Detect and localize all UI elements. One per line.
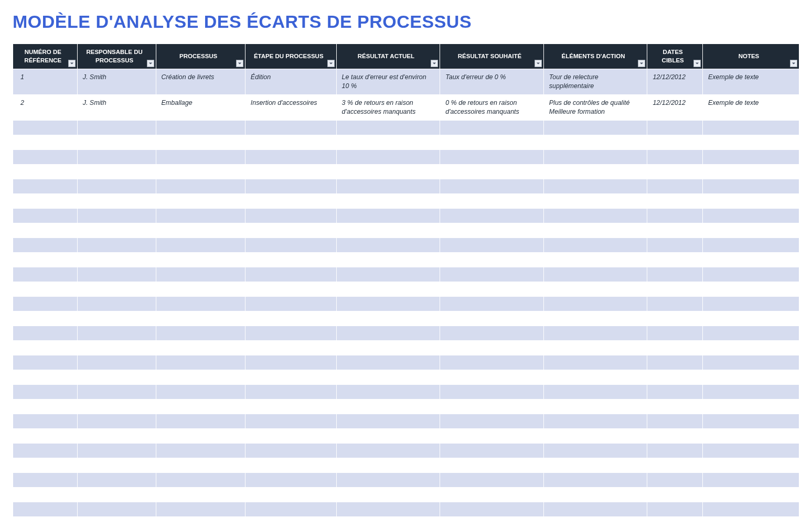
empty-cell[interactable] (77, 164, 156, 179)
empty-cell[interactable] (543, 120, 647, 135)
empty-cell[interactable] (13, 208, 78, 223)
empty-cell[interactable] (77, 120, 156, 135)
empty-cell[interactable] (77, 443, 156, 458)
cell-reference[interactable]: 2 (13, 94, 78, 120)
empty-cell[interactable] (440, 414, 544, 428)
filter-dropdown-icon[interactable] (236, 60, 243, 67)
empty-cell[interactable] (440, 340, 544, 355)
empty-cell[interactable] (336, 487, 440, 502)
empty-cell[interactable] (440, 443, 544, 458)
empty-cell[interactable] (440, 208, 544, 223)
empty-cell[interactable] (156, 384, 245, 399)
empty-cell[interactable] (156, 443, 245, 458)
empty-cell[interactable] (647, 282, 703, 296)
empty-cell[interactable] (440, 399, 544, 414)
empty-cell[interactable] (77, 282, 156, 296)
empty-cell[interactable] (336, 340, 440, 355)
empty-cell[interactable] (245, 238, 336, 252)
empty-cell[interactable] (543, 267, 647, 282)
empty-cell[interactable] (647, 384, 703, 399)
empty-cell[interactable] (156, 135, 245, 149)
empty-cell[interactable] (336, 428, 440, 443)
empty-cell[interactable] (245, 399, 336, 414)
empty-cell[interactable] (647, 135, 703, 149)
cell-current-result[interactable]: 3 % de retours en raison d'accessoires m… (336, 94, 440, 120)
empty-cell[interactable] (77, 223, 156, 238)
empty-cell[interactable] (77, 399, 156, 414)
empty-cell[interactable] (702, 355, 799, 370)
empty-cell[interactable] (13, 149, 78, 164)
empty-cell[interactable] (543, 370, 647, 384)
empty-cell[interactable] (336, 458, 440, 472)
filter-dropdown-icon[interactable] (327, 60, 335, 67)
empty-cell[interactable] (440, 193, 544, 208)
empty-cell[interactable] (702, 311, 799, 326)
empty-cell[interactable] (440, 326, 544, 340)
empty-cell[interactable] (77, 135, 156, 149)
empty-cell[interactable] (440, 502, 544, 516)
empty-cell[interactable] (702, 223, 799, 238)
empty-cell[interactable] (647, 340, 703, 355)
empty-cell[interactable] (702, 164, 799, 179)
empty-cell[interactable] (77, 208, 156, 223)
col-header-reference[interactable]: NUMÉRO DE RÉFÉRENCE (13, 44, 78, 69)
empty-cell[interactable] (647, 296, 703, 311)
empty-cell[interactable] (156, 193, 245, 208)
empty-cell[interactable] (13, 472, 78, 487)
empty-cell[interactable] (440, 223, 544, 238)
empty-cell[interactable] (702, 193, 799, 208)
empty-cell[interactable] (245, 149, 336, 164)
cell-target-date[interactable]: 12/12/2012 (647, 69, 703, 95)
empty-cell[interactable] (13, 502, 78, 516)
empty-cell[interactable] (245, 164, 336, 179)
empty-cell[interactable] (245, 120, 336, 135)
empty-cell[interactable] (647, 179, 703, 193)
empty-cell[interactable] (245, 458, 336, 472)
empty-cell[interactable] (77, 370, 156, 384)
empty-cell[interactable] (245, 223, 336, 238)
empty-cell[interactable] (13, 443, 78, 458)
cell-actions[interactable]: Plus de contrôles de qualité Meilleure f… (543, 94, 647, 120)
empty-cell[interactable] (440, 282, 544, 296)
empty-cell[interactable] (702, 135, 799, 149)
empty-cell[interactable] (336, 267, 440, 282)
empty-cell[interactable] (13, 223, 78, 238)
col-header-desired-result[interactable]: RÉSULTAT SOUHAITÉ (440, 44, 544, 69)
empty-cell[interactable] (647, 252, 703, 267)
empty-cell[interactable] (245, 414, 336, 428)
cell-notes[interactable]: Exemple de texte (702, 94, 799, 120)
empty-cell[interactable] (156, 472, 245, 487)
empty-cell[interactable] (543, 384, 647, 399)
empty-cell[interactable] (77, 355, 156, 370)
empty-cell[interactable] (13, 120, 78, 135)
empty-cell[interactable] (440, 267, 544, 282)
empty-cell[interactable] (156, 179, 245, 193)
empty-cell[interactable] (647, 502, 703, 516)
empty-cell[interactable] (336, 502, 440, 516)
empty-cell[interactable] (336, 296, 440, 311)
empty-cell[interactable] (156, 428, 245, 443)
empty-cell[interactable] (77, 238, 156, 252)
empty-cell[interactable] (543, 296, 647, 311)
empty-cell[interactable] (647, 370, 703, 384)
empty-cell[interactable] (702, 340, 799, 355)
empty-cell[interactable] (156, 267, 245, 282)
empty-cell[interactable] (440, 296, 544, 311)
empty-cell[interactable] (647, 164, 703, 179)
empty-cell[interactable] (336, 355, 440, 370)
col-header-process[interactable]: PROCESSUS (156, 44, 245, 69)
cell-desired-result[interactable]: 0 % de retours en raison d'accessoires m… (440, 94, 544, 120)
empty-cell[interactable] (647, 208, 703, 223)
empty-cell[interactable] (13, 179, 78, 193)
empty-cell[interactable] (647, 311, 703, 326)
empty-cell[interactable] (702, 472, 799, 487)
empty-cell[interactable] (77, 179, 156, 193)
empty-cell[interactable] (702, 487, 799, 502)
empty-cell[interactable] (245, 193, 336, 208)
empty-cell[interactable] (702, 282, 799, 296)
col-header-actions[interactable]: ÉLÉMENTS D'ACTION (543, 44, 647, 69)
empty-cell[interactable] (156, 355, 245, 370)
empty-cell[interactable] (543, 208, 647, 223)
cell-step[interactable]: Édition (245, 69, 336, 95)
empty-cell[interactable] (440, 120, 544, 135)
